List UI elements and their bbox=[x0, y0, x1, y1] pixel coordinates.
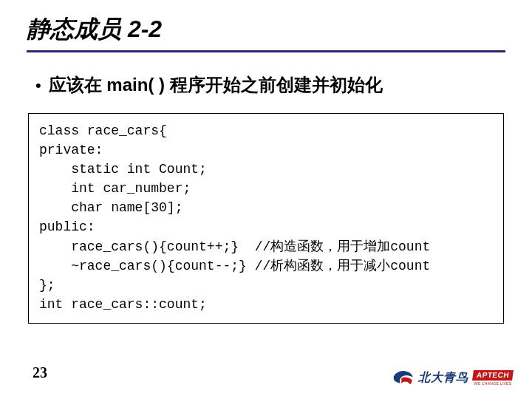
code-line: char name[30]; bbox=[39, 198, 493, 217]
bullet-dot: • bbox=[35, 78, 41, 94]
code-line: static int Count; bbox=[39, 160, 493, 179]
bird-icon bbox=[390, 366, 415, 389]
code-line: private: bbox=[39, 140, 493, 160]
logo-text-cn: 北大青鸟 bbox=[418, 372, 468, 383]
code-line: ~race_cars(){count--;} //析构函数，用于减小count bbox=[39, 256, 493, 276]
title-underline bbox=[27, 50, 505, 52]
logo-aptech: APTECH WE CHANGE LIVES bbox=[473, 370, 513, 386]
bullet-item: • 应该在 main( ) 程序开始之前创建并初始化 bbox=[35, 73, 505, 97]
code-line: }; bbox=[39, 276, 493, 295]
code-line: race_cars(){count++;} //构造函数，用于增加count bbox=[39, 237, 493, 256]
aptech-tagline: WE CHANGE LIVES bbox=[474, 381, 511, 386]
logo-cn-label: 北大青鸟 bbox=[418, 372, 468, 383]
code-block: class race_cars{ private: static int Cou… bbox=[28, 113, 504, 324]
code-line: int race_cars::count; bbox=[39, 295, 493, 314]
page-number: 23 bbox=[33, 364, 47, 381]
code-line: int car_number; bbox=[39, 179, 493, 198]
code-line: public: bbox=[39, 217, 493, 236]
bullet-text: 应该在 main( ) 程序开始之前创建并初始化 bbox=[49, 73, 383, 97]
aptech-label: APTECH bbox=[472, 370, 514, 381]
logo: 北大青鸟 APTECH WE CHANGE LIVES bbox=[390, 366, 513, 389]
code-line: class race_cars{ bbox=[39, 121, 493, 140]
slide-title: 静态成员 2-2 bbox=[27, 13, 505, 46]
